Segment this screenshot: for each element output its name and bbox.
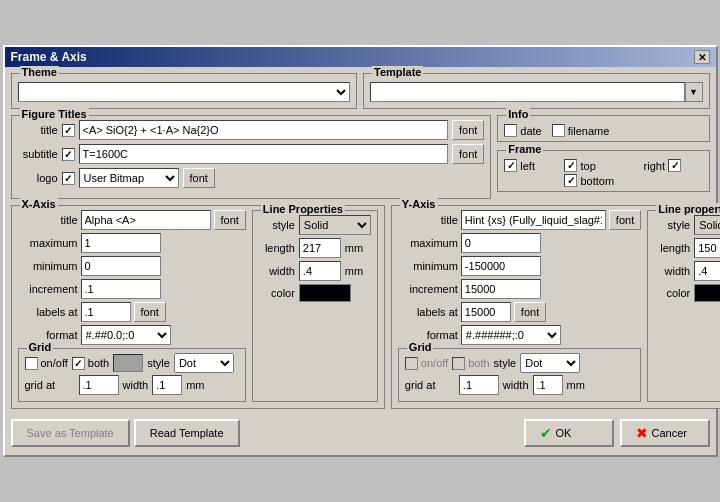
subtitle-font-button[interactable]: font xyxy=(452,144,484,164)
y-labels-input[interactable] xyxy=(461,302,511,322)
logo-font-button[interactable]: font xyxy=(183,168,215,188)
y-grid-both-label[interactable]: both xyxy=(452,357,489,370)
y-max-input[interactable] xyxy=(461,233,541,253)
y-inc-row: increment xyxy=(398,279,641,299)
y-color-swatch[interactable] xyxy=(694,284,720,302)
x-format-select[interactable]: #.##0.0;:0 xyxy=(81,325,171,345)
x-grid-width-label: width xyxy=(123,379,149,391)
x-length-input[interactable] xyxy=(299,238,341,258)
x-inc-label: increment xyxy=(18,283,78,295)
y-grid-both-checkbox[interactable] xyxy=(452,357,465,370)
x-width-label: width xyxy=(259,265,295,277)
right-checkbox[interactable] xyxy=(668,159,681,172)
title-input[interactable] xyxy=(79,120,448,140)
y-format-select[interactable]: #.######;:0 xyxy=(461,325,561,345)
ok-button[interactable]: ✔ OK xyxy=(524,419,614,447)
y-grid-style-select[interactable]: Dot xyxy=(520,353,580,373)
y-grid-style-label: style xyxy=(494,357,517,369)
y-grid-at-label: grid at xyxy=(405,379,455,391)
title-checkbox[interactable] xyxy=(62,124,75,137)
y-length-input[interactable] xyxy=(694,238,720,258)
date-checkbox-label[interactable]: date xyxy=(504,124,541,137)
x-axis-label: X-Axis xyxy=(20,198,58,210)
info-checkboxes: date filename xyxy=(504,124,702,137)
y-grid-on-label[interactable]: on/off xyxy=(405,357,448,370)
y-width-input[interactable] xyxy=(694,261,720,281)
x-grid-width-input[interactable] xyxy=(152,375,182,395)
y-max-label: maximum xyxy=(398,237,458,249)
y-grid-on-checkbox[interactable] xyxy=(405,357,418,370)
template-input[interactable] xyxy=(370,82,685,102)
title-row: title font xyxy=(18,120,485,140)
date-checkbox[interactable] xyxy=(504,124,517,137)
bottom-checkbox[interactable] xyxy=(564,174,577,187)
y-axis-content: title font maximum minimum xyxy=(398,210,720,402)
x-max-input[interactable] xyxy=(81,233,161,253)
top-checkbox[interactable] xyxy=(564,159,577,172)
x-max-row: maximum xyxy=(18,233,246,253)
logo-checkbox[interactable] xyxy=(62,172,75,185)
x-labels-input[interactable] xyxy=(81,302,131,322)
y-title-font-button[interactable]: font xyxy=(609,210,641,230)
x-grid-at-label: grid at xyxy=(25,379,75,391)
y-grid-width-input[interactable] xyxy=(533,375,563,395)
title-font-button[interactable]: font xyxy=(452,120,484,140)
y-inc-label: increment xyxy=(398,283,458,295)
subtitle-checkbox[interactable] xyxy=(62,148,75,161)
template-dropdown-arrow[interactable]: ▼ xyxy=(685,82,703,102)
filename-checkbox[interactable] xyxy=(552,124,565,137)
y-min-row: minimum xyxy=(398,256,641,276)
x-color-swatch[interactable] xyxy=(299,284,351,302)
y-style-select[interactable]: Solid xyxy=(694,215,720,235)
figure-titles-group: Figure Titles title font subtitle font xyxy=(11,115,492,199)
template-label: Template xyxy=(372,66,423,78)
bottom-right-buttons: ✔ OK ✖ Cancer xyxy=(524,419,710,447)
x-axis-content: title font maximum minimum xyxy=(18,210,378,402)
x-length-unit: mm xyxy=(345,242,363,254)
y-axis-left: title font maximum minimum xyxy=(398,210,641,402)
x-grid-width-unit: mm xyxy=(186,379,204,391)
x-grid-at-input[interactable] xyxy=(79,375,119,395)
y-labels-row: labels at font xyxy=(398,302,641,322)
y-title-input[interactable] xyxy=(461,210,606,230)
x-format-label: format xyxy=(18,329,78,341)
x-grid-on-checkbox[interactable] xyxy=(25,357,38,370)
x-grid-both-label[interactable]: both xyxy=(72,357,109,370)
subtitle-input[interactable] xyxy=(79,144,448,164)
y-min-input[interactable] xyxy=(461,256,541,276)
left-checkbox-label[interactable]: left xyxy=(504,159,556,172)
close-button[interactable]: ✕ xyxy=(694,50,710,64)
y-length-label: length xyxy=(654,242,690,254)
top-checkbox-label[interactable]: top xyxy=(564,159,635,172)
x-inc-input[interactable] xyxy=(81,279,161,299)
y-title-label: title xyxy=(398,214,458,226)
y-grid-at-input[interactable] xyxy=(459,375,499,395)
x-title-font-button[interactable]: font xyxy=(214,210,246,230)
x-style-select[interactable]: Solid xyxy=(299,215,371,235)
left-checkbox[interactable] xyxy=(504,159,517,172)
right-checkbox-label[interactable]: right xyxy=(644,159,703,172)
save-template-button[interactable]: Save as Template xyxy=(11,419,130,447)
y-inc-input[interactable] xyxy=(461,279,541,299)
y-labels-font-button[interactable]: font xyxy=(514,302,546,322)
y-title-row: title font xyxy=(398,210,641,230)
x-axis-group: X-Axis title font maximum xyxy=(11,205,385,409)
read-template-button[interactable]: Read Template xyxy=(134,419,240,447)
theme-select[interactable] xyxy=(18,82,351,102)
x-width-input[interactable] xyxy=(299,261,341,281)
x-grid-on-label[interactable]: on/off xyxy=(25,357,68,370)
x-title-input[interactable] xyxy=(81,210,211,230)
x-labels-font-button[interactable]: font xyxy=(134,302,166,322)
x-grid-both-checkbox[interactable] xyxy=(72,357,85,370)
x-grid-label: Grid xyxy=(27,341,54,353)
logo-select[interactable]: User Bitmap xyxy=(79,168,179,188)
x-min-input[interactable] xyxy=(81,256,161,276)
cancel-button[interactable]: ✖ Cancer xyxy=(620,419,710,447)
x-color-label: color xyxy=(259,287,295,299)
ok-check-icon: ✔ xyxy=(540,425,552,441)
x-width-unit: mm xyxy=(345,265,363,277)
filename-checkbox-label[interactable]: filename xyxy=(552,124,610,137)
bottom-checkbox-label[interactable]: bottom xyxy=(564,174,635,187)
x-grid-style-select[interactable]: Dot xyxy=(174,353,234,373)
y-grid-group: Grid on/off both style xyxy=(398,348,641,402)
